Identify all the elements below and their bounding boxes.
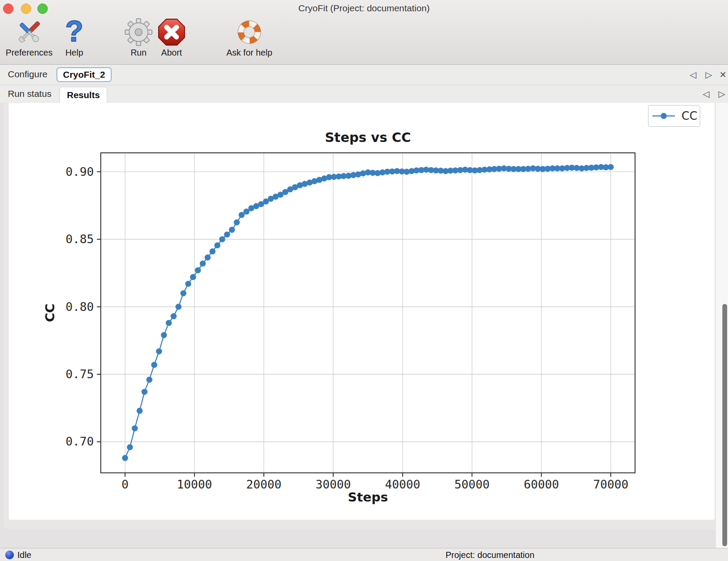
tab-forward-icon[interactable]: ▷ [705,69,712,80]
status-text: Idle [17,550,31,560]
tab-cryofit-2-active[interactable]: CryoFit_2 [56,67,112,82]
status-bar: Idle Project: documentation [0,548,728,561]
subtab-forward-icon[interactable]: ▷ [718,89,725,99]
legend-label: CC [682,109,697,122]
tab-run-status[interactable]: Run status [8,89,51,99]
svg-text:70000: 70000 [593,478,628,491]
tab-results-active[interactable]: Results [60,87,107,104]
svg-text:0.75: 0.75 [66,367,94,381]
legend-marker-icon [651,110,677,122]
tab-back-icon[interactable]: ◁ [690,69,696,80]
abort-button[interactable]: Abort [156,17,187,61]
window-header: CryoFit (Project: documentation) Prefere… [0,0,728,65]
help-button[interactable]: ? Help [61,17,88,61]
preferences-label: Preferences [3,48,56,58]
svg-text:0: 0 [122,478,129,491]
vertical-scrollbar-thumb[interactable] [722,304,727,546]
svg-text:30000: 30000 [315,478,351,491]
tools-icon [3,17,56,47]
run-label: Run [124,48,153,58]
svg-text:Steps vs CC: Steps vs CC [325,130,411,145]
svg-text:50000: 50000 [454,478,490,491]
svg-text:60000: 60000 [524,478,559,491]
svg-text:0.80: 0.80 [66,300,94,314]
plot-panel: 0100002000030000400005000060000700000.70… [9,103,715,520]
abort-label: Abort [156,48,187,58]
help-label: Help [61,48,88,58]
preferences-button[interactable]: Preferences [3,17,56,61]
steps-vs-cc-chart: 0100002000030000400005000060000700000.70… [9,103,715,520]
window-title: CryoFit (Project: documentation) [0,3,728,13]
svg-text:0.70: 0.70 [66,435,94,448]
question-mark-icon: ? [61,17,88,47]
tab-configure[interactable]: Configure [8,69,47,79]
tab-bar-main: Configure CryoFit_2 ◁ ▷ ✕ [0,65,728,85]
svg-text:CC: CC [43,304,57,322]
ask-for-help-label: Ask for help [221,48,278,58]
project-label: Project: documentation [446,550,535,560]
stop-x-icon [156,17,187,47]
tab-close-icon[interactable]: ✕ [719,69,727,80]
subtab-back-icon[interactable]: ◁ [703,89,709,99]
svg-text:Steps: Steps [348,490,388,505]
results-content: 0100002000030000400005000060000700000.70… [0,103,728,548]
svg-text:20000: 20000 [246,478,281,491]
svg-text:40000: 40000 [385,478,420,491]
status-indicator-icon [5,551,14,559]
svg-text:0.85: 0.85 [66,232,94,246]
gear-icon [124,17,153,47]
svg-text:?: ? [65,17,83,47]
svg-text:10000: 10000 [177,478,212,491]
svg-text:0.90: 0.90 [66,165,94,178]
chart-legend: CC [648,105,700,127]
run-button[interactable]: Run [124,17,153,61]
tab-bar-sub: Run status Results ◁ ▷ [0,85,728,103]
lifebuoy-icon [221,17,278,47]
vertical-scrollbar-track[interactable] [715,103,728,548]
ask-for-help-button[interactable]: Ask for help [221,17,278,61]
